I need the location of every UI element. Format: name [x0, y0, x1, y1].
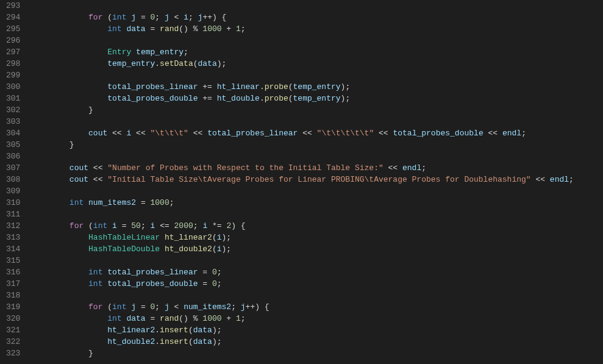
code-line[interactable]	[31, 151, 603, 162]
line-number: 315	[6, 255, 20, 266]
code-line[interactable]: }	[31, 348, 603, 359]
line-number: 310	[6, 197, 20, 209]
code-token: temp_entry	[293, 82, 341, 91]
code-line[interactable]	[31, 255, 603, 266]
code-line[interactable]: temp_entry.setData(data);	[31, 58, 603, 70]
code-token: i	[217, 244, 222, 254]
code-token: =	[146, 314, 160, 323]
line-number: 293	[6, 0, 20, 12]
code-token: ;	[521, 129, 526, 138]
code-line[interactable]: ht_double2.insert(data);	[31, 336, 603, 348]
code-token: ht_double	[217, 94, 260, 103]
code-line[interactable]	[31, 35, 603, 46]
code-line[interactable]: HashTableLinear ht_linear2(i);	[31, 232, 603, 243]
line-number: 304	[6, 127, 20, 139]
code-line[interactable]: }	[31, 104, 603, 116]
code-token: "\t\t\t\t\t"	[317, 129, 374, 138]
code-token: );	[212, 337, 222, 346]
code-token: ;	[241, 314, 246, 323]
code-token: ;	[217, 279, 222, 288]
code-token: () %	[179, 314, 202, 323]
code-content[interactable]: for (int j = 0; j < i; j++) { int data =…	[31, 0, 603, 364]
line-number: 314	[6, 243, 20, 255]
code-line[interactable]	[31, 185, 603, 197]
code-line[interactable]: cout << "Number of Probes with Respect t…	[31, 162, 603, 174]
line-number: 302	[6, 104, 20, 116]
code-line[interactable]: ht_linear2.insert(data);	[31, 324, 603, 336]
code-line[interactable]: cout << "Initial Table Size\tAverage Pro…	[31, 174, 603, 185]
code-line[interactable]	[31, 70, 603, 81]
code-token	[51, 175, 70, 184]
line-number: 322	[6, 336, 20, 348]
code-line[interactable]	[31, 0, 603, 12]
code-line[interactable]	[31, 290, 603, 301]
code-token: (	[102, 13, 112, 22]
line-number: 301	[6, 93, 20, 104]
code-token	[51, 337, 108, 346]
code-token: j	[131, 302, 136, 312]
code-line[interactable]: cout << i << "\t\t\t" << total_probes_li…	[31, 127, 603, 139]
code-token: cout	[88, 129, 107, 138]
code-token: 1000	[202, 314, 221, 323]
code-line[interactable]: int data = rand() % 1000 + 1;	[31, 313, 603, 324]
code-line[interactable]: int num_items2 = 1000;	[31, 197, 603, 209]
code-token	[51, 13, 88, 22]
code-token: ) {	[231, 221, 245, 230]
code-line[interactable]	[31, 116, 603, 127]
code-line[interactable]: total_probes_double += ht_double.probe(t…	[31, 93, 603, 104]
code-token: <<	[531, 175, 550, 184]
code-token: ;	[155, 302, 165, 312]
code-token: j	[131, 13, 136, 22]
code-token: 0	[212, 279, 217, 288]
code-token: endl	[502, 129, 521, 138]
code-line[interactable]: for (int i = 50; i <= 2000; i *= 2) {	[31, 220, 603, 232]
code-token	[51, 129, 88, 138]
code-token: HashTableDouble	[88, 244, 160, 254]
line-number: 313	[6, 232, 20, 243]
code-token: data	[193, 337, 212, 346]
code-token: ht_double2	[107, 337, 155, 346]
code-line[interactable]: Entry temp_entry;	[31, 46, 603, 58]
code-token: cout	[70, 175, 88, 184]
code-token: <=	[155, 221, 174, 230]
code-token: <<	[384, 163, 402, 173]
code-token: Entry	[107, 48, 131, 57]
code-line[interactable]: int total_probes_linear = 0;	[31, 266, 603, 278]
line-number: 305	[6, 139, 20, 151]
code-token: int	[88, 268, 102, 277]
code-token: j	[241, 302, 246, 312]
line-number: 318	[6, 290, 20, 301]
line-number: 316	[6, 266, 20, 278]
code-line[interactable]: HashTableDouble ht_double2(i);	[31, 243, 603, 255]
code-token	[51, 198, 70, 207]
code-line[interactable]: int data = rand() % 1000 + 1;	[31, 23, 603, 35]
code-token: <<	[107, 129, 126, 138]
code-token: total_probes_double	[107, 94, 198, 103]
code-token: ;	[184, 48, 188, 57]
code-line[interactable]: }	[31, 139, 603, 151]
code-token: data	[126, 24, 145, 34]
code-line[interactable]: total_probes_linear += ht_linear.probe(t…	[31, 81, 603, 93]
code-token: int	[93, 221, 107, 230]
code-line[interactable]	[31, 209, 603, 220]
code-token: +	[222, 314, 236, 323]
code-editor[interactable]: 2932942952962972982993003013023033043053…	[0, 0, 603, 364]
code-token: 1	[236, 24, 241, 34]
code-token: ;	[188, 13, 198, 22]
code-token: <<	[88, 163, 107, 173]
code-line[interactable]: int total_probes_double = 0;	[31, 278, 603, 290]
code-line[interactable]: for (int j = 0; j < num_items2; j++) {	[31, 301, 603, 313]
code-token: num_items2	[88, 198, 136, 207]
code-token	[51, 221, 70, 230]
code-token: int	[107, 314, 121, 323]
code-token: insert	[160, 326, 188, 335]
code-token: j	[165, 302, 169, 312]
line-number: 296	[6, 35, 20, 46]
code-token	[51, 268, 88, 277]
code-token: =	[198, 279, 212, 288]
code-token: <<	[483, 129, 502, 138]
code-line[interactable]: for (int j = 0; j < i; j++) {	[31, 12, 603, 23]
code-token: 50	[131, 221, 141, 230]
line-number: 300	[6, 81, 20, 93]
code-token: ;	[241, 24, 246, 34]
